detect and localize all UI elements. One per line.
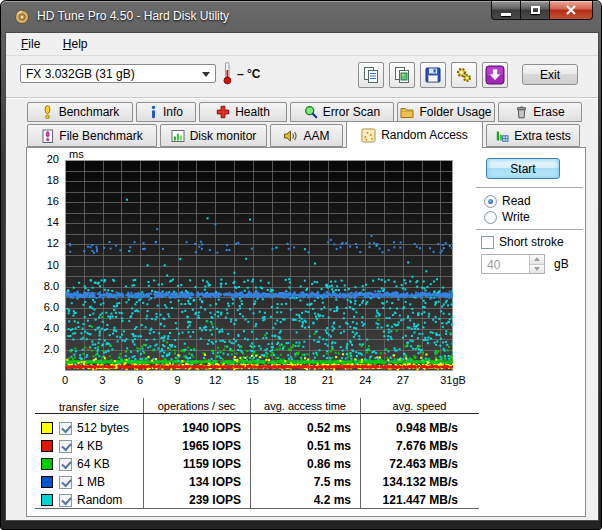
folder-icon [400, 105, 414, 119]
short-stroke-unit-label: gB [554, 257, 569, 271]
tab-health[interactable]: Health [199, 102, 287, 122]
header-avg-speed: avg. speed [360, 398, 479, 413]
table-row: 4 KB 1965 IOPS 0.51 ms 7.676 MB/s [35, 437, 479, 455]
table-row: 1 MB 134 IOPS 7.5 ms 134.132 MB/s [35, 473, 479, 491]
hd-tune-app-icon [14, 9, 30, 25]
short-stroke-size-input[interactable]: 40 [481, 254, 545, 274]
tab-info[interactable]: Info [136, 102, 196, 122]
drive-selector-value: FX 3.032GB (31 gB) [26, 67, 135, 81]
exit-button[interactable]: Exit [522, 64, 578, 85]
series-checkbox[interactable] [59, 494, 72, 507]
access-time-value: 7.5 ms [250, 475, 360, 489]
x-tick-label: 12 [209, 374, 221, 386]
close-button[interactable] [549, 1, 593, 20]
short-stroke-checkbox[interactable] [481, 236, 494, 249]
save-button[interactable] [420, 62, 446, 88]
tab-label: AAM [303, 129, 329, 143]
update-button[interactable] [482, 62, 508, 88]
thermometer-icon [222, 61, 233, 89]
file-benchmark-icon [41, 129, 54, 143]
copy-text-button[interactable] [358, 62, 384, 88]
copy-image-button[interactable] [389, 62, 415, 88]
tab-label: Disk monitor [190, 129, 257, 143]
minimize-icon [501, 13, 511, 16]
app-window: HD Tune Pro 4.50 - Hard Disk Utility Fil… [0, 0, 602, 530]
menu-file[interactable]: File [12, 33, 49, 51]
chevron-down-icon [202, 72, 210, 77]
access-time-scatter-chart [65, 160, 453, 371]
titlebar: HD Tune Pro 4.50 - Hard Disk Utility [1, 1, 601, 32]
tab-label: Random Access [381, 128, 468, 142]
tab-disk-monitor[interactable]: Disk monitor [160, 124, 267, 147]
series-checkbox[interactable] [59, 440, 72, 453]
tab-label: Extra tests [514, 129, 571, 143]
table-rows: 512 bytes 1940 IOPS 0.52 ms 0.948 MB/s 4… [35, 419, 479, 509]
tab-file-benchmark[interactable]: File Benchmark [27, 124, 157, 147]
short-stroke-size-value: 40 [487, 258, 500, 272]
iops-value: 1940 IOPS [143, 421, 250, 435]
tab-error-scan[interactable]: Error Scan [290, 102, 394, 122]
access-time-value: 0.86 ms [250, 457, 360, 471]
series-checkbox[interactable] [59, 458, 72, 471]
caption-buttons [491, 1, 593, 20]
tab-label: Info [163, 105, 183, 119]
y-tick-label: 20 [26, 153, 59, 165]
separator [476, 229, 583, 230]
tab-benchmark[interactable]: Benchmark [27, 102, 133, 122]
x-tick-label: 24 [359, 374, 371, 386]
copy-image-icon [393, 66, 411, 84]
spinner-down-button[interactable] [529, 265, 544, 274]
table-row: 512 bytes 1940 IOPS 0.52 ms 0.948 MB/s [35, 419, 479, 437]
table-row: Random 239 IOPS 4.2 ms 121.447 MB/s [35, 491, 479, 509]
y-tick-label: 4.0 [26, 322, 59, 334]
series-checkbox[interactable] [59, 422, 72, 435]
drive-selector[interactable]: FX 3.032GB (31 gB) [20, 64, 216, 83]
trash-icon [515, 105, 528, 119]
series-color-swatch [41, 458, 53, 470]
y-tick-label: 2.0 [26, 343, 59, 355]
tab-label: Error Scan [323, 105, 380, 119]
tab-erase[interactable]: Erase [498, 102, 582, 122]
copy-text-icon [362, 66, 380, 84]
up-arrow-icon [534, 257, 540, 261]
y-tick-label: 16 [26, 195, 59, 207]
avg-speed-value: 72.463 MB/s [360, 457, 479, 471]
short-stroke-label: Short stroke [499, 235, 564, 249]
random-access-panel: ms 2018161412108.06.04.02.0 036912151821… [26, 147, 586, 517]
access-time-value: 0.51 ms [250, 439, 360, 453]
tab-label: Benchmark [59, 105, 120, 119]
menubar: File Help [6, 33, 598, 56]
maximize-icon [531, 6, 540, 14]
series-checkbox[interactable] [59, 476, 72, 489]
spinner-up-button[interactable] [529, 255, 544, 265]
read-radio[interactable] [484, 195, 497, 208]
tab-aam[interactable]: AAM [270, 124, 343, 147]
series-color-swatch [41, 422, 53, 434]
extra-tests-icon [495, 129, 509, 143]
maximize-button[interactable] [521, 1, 549, 20]
avg-speed-value: 0.948 MB/s [360, 421, 479, 435]
avg-speed-value: 134.132 MB/s [360, 475, 479, 489]
results-table: transfer size operations / sec avg. acce… [35, 398, 479, 509]
bar-chart-icon [171, 129, 185, 143]
header-transfer-size: transfer size [35, 398, 143, 413]
access-time-value: 0.52 ms [250, 421, 360, 435]
save-icon [424, 66, 442, 84]
minimize-button[interactable] [491, 1, 521, 20]
tab-label: Erase [533, 105, 564, 119]
x-tick-label: 0 [62, 374, 68, 386]
tab-folder-usage[interactable]: Folder Usage [397, 102, 495, 122]
start-button[interactable]: Start [486, 158, 560, 179]
menu-help[interactable]: Help [54, 33, 97, 51]
series-label: 64 KB [77, 457, 110, 471]
app-area: File Help FX 3.032GB (31 gB) – °C [5, 32, 599, 521]
options-button[interactable] [451, 62, 477, 88]
close-icon [566, 5, 576, 15]
tab-extra-tests[interactable]: Extra tests [486, 124, 580, 147]
gears-icon [455, 66, 473, 84]
window-title: HD Tune Pro 4.50 - Hard Disk Utility [37, 9, 229, 23]
tab-random-access[interactable]: Random Access [346, 121, 483, 148]
series-label: Random [77, 493, 122, 507]
write-radio[interactable] [484, 211, 497, 224]
y-axis-tick-labels: 2018161412108.06.04.02.0 [27, 160, 60, 371]
